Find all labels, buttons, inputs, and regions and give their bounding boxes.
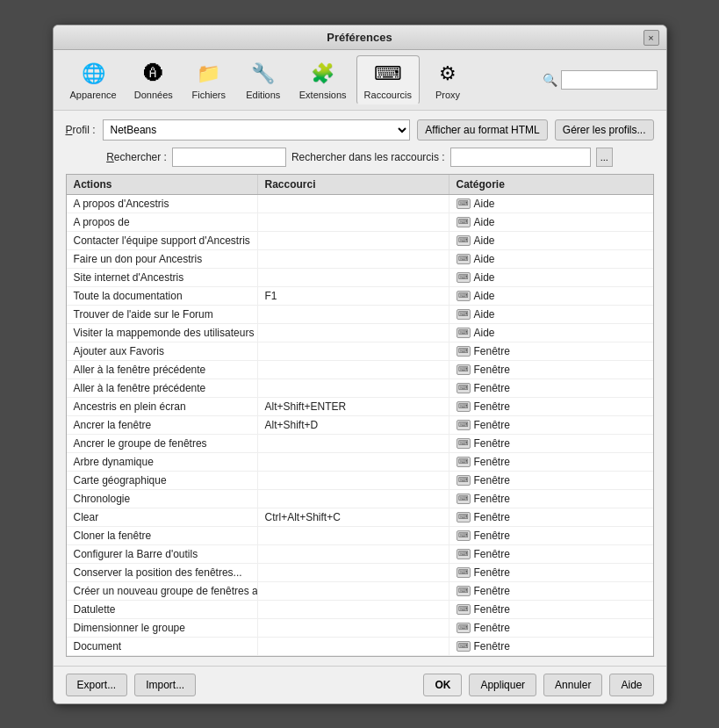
tab-proxy-label: Proxy xyxy=(435,90,460,100)
table-row[interactable]: Faire un don pour Ancestris⌨Aide xyxy=(67,250,653,269)
search-label: Rechercher : xyxy=(106,151,167,163)
table-row[interactable]: Trouver de l'aide sur le Forum⌨Aide xyxy=(67,306,653,324)
cell-shortcut xyxy=(258,250,449,268)
table-row[interactable]: Visiter la mappemonde des utilisateurs⌨A… xyxy=(67,324,653,342)
table-row[interactable]: ClearCtrl+Alt+Shift+C⌨Fenêtre xyxy=(67,508,653,527)
tab-editions[interactable]: 🔧 Editions xyxy=(237,55,290,105)
tab-fichiers[interactable]: 📁 Fichiers xyxy=(183,55,235,105)
dialog-title: Préférences xyxy=(327,31,392,44)
import-button[interactable]: Import... xyxy=(134,674,196,696)
search-extra-button[interactable]: ... xyxy=(596,148,613,167)
table-row[interactable]: Aller à la fenêtre précédente⌨Fenêtre xyxy=(67,379,653,398)
cell-action: Conserver la position des fenêtres... xyxy=(67,564,258,581)
table-row[interactable]: Créer un nouveau groupe de fenêtres avec… xyxy=(67,582,653,601)
tab-donnees[interactable]: 🅐 Données xyxy=(126,55,181,105)
table-row[interactable]: Ancrer la fenêtreAlt+Shift+D⌨Fenêtre xyxy=(67,416,653,435)
titlebar: Préférences × xyxy=(54,25,666,50)
cell-action: A propos d'Ancestris xyxy=(67,195,258,213)
kbd-icon: ⌨ xyxy=(457,217,471,227)
search-area: 🔍 xyxy=(543,70,658,90)
table-row[interactable]: Ancestris en plein écranAlt+Shift+ENTER⌨… xyxy=(67,398,653,416)
table-row[interactable]: Ajouter aux Favoris⌨Fenêtre xyxy=(67,342,653,361)
table-row[interactable]: Conserver la position des fenêtres...⌨Fe… xyxy=(67,564,653,582)
profile-select[interactable]: NetBeans xyxy=(103,119,411,141)
table-row[interactable]: A propos de⌨Aide xyxy=(67,213,653,232)
kbd-icon: ⌨ xyxy=(457,328,471,338)
cell-category: ⌨Fenêtre xyxy=(449,601,641,618)
kbd-icon: ⌨ xyxy=(457,401,471,412)
cell-shortcut xyxy=(258,619,449,637)
ok-button[interactable]: OK xyxy=(423,674,462,696)
table-row[interactable]: Carte géographique⌨Fenêtre xyxy=(67,472,653,490)
cell-category: ⌨Fenêtre xyxy=(449,379,641,397)
search-input[interactable] xyxy=(172,148,286,167)
cancel-button[interactable]: Annuler xyxy=(543,674,602,696)
cell-action: Ancrer la fenêtre xyxy=(67,416,258,434)
cell-shortcut: F1 xyxy=(258,287,449,305)
kbd-icon: ⌨ xyxy=(457,623,471,633)
table-row[interactable]: Arbre dynamique⌨Fenêtre xyxy=(67,453,653,472)
kbd-icon: ⌨ xyxy=(457,494,471,504)
cell-action: Ancestris en plein écran xyxy=(67,398,258,415)
cell-action: A propos de xyxy=(67,213,258,231)
export-button[interactable]: Export... xyxy=(66,674,128,696)
cell-shortcut xyxy=(258,527,449,544)
manage-profiles-button[interactable]: Gérer les profils... xyxy=(555,119,654,141)
cell-category: ⌨Fenêtre xyxy=(449,398,641,415)
kbd-icon: ⌨ xyxy=(457,567,471,578)
tab-apparence-label: Apparence xyxy=(70,90,117,100)
tab-proxy[interactable]: ⚙ Proxy xyxy=(421,55,474,105)
table-row[interactable]: Contacter l'équipe support d'Ancestris⌨A… xyxy=(67,232,653,250)
cell-category: ⌨Aide xyxy=(449,250,641,268)
cell-action: Arbre dynamique xyxy=(67,453,258,471)
kbd-icon: ⌨ xyxy=(457,549,471,559)
cell-category: ⌨Fenêtre xyxy=(449,545,641,563)
cell-shortcut xyxy=(258,379,449,397)
cell-action: Aller à la fenêtre précédente xyxy=(67,361,258,378)
preferences-dialog: Préférences × 🌐 Apparence 🅐 Données 📁 Fi… xyxy=(53,25,667,704)
table-row[interactable]: Chronologie⌨Fenêtre xyxy=(67,490,653,508)
kbd-icon: ⌨ xyxy=(457,254,471,264)
tab-apparence[interactable]: 🌐 Apparence xyxy=(62,55,125,105)
cell-shortcut: Ctrl+Alt+Shift+C xyxy=(258,508,449,526)
table-row[interactable]: Site internet d'Ancestris⌨Aide xyxy=(67,269,653,287)
table-row[interactable]: Aller à la fenêtre précédente⌨Fenêtre xyxy=(67,361,653,379)
table-row[interactable]: Configurer la Barre d'outils⌨Fenêtre xyxy=(67,545,653,564)
tab-extensions[interactable]: 🧩 Extensions xyxy=(291,55,355,105)
tab-raccourcis[interactable]: ⌨ Raccourcis xyxy=(356,55,420,105)
search-icon: 🔍 xyxy=(543,73,557,87)
cell-category: ⌨Fenêtre xyxy=(449,472,641,489)
cell-category: ⌨Aide xyxy=(449,213,641,231)
table-row[interactable]: A propos d'Ancestris⌨Aide xyxy=(67,195,653,213)
table-row[interactable]: Dimensionner le groupe⌨Fenêtre xyxy=(67,619,653,638)
search-input2[interactable] xyxy=(450,148,591,167)
cell-action: Configurer la Barre d'outils xyxy=(67,545,258,563)
cell-shortcut: Alt+Shift+ENTER xyxy=(258,398,449,415)
cell-category: ⌨Fenêtre xyxy=(449,416,641,434)
search-top-input[interactable] xyxy=(561,70,658,90)
kbd-icon: ⌨ xyxy=(457,235,471,246)
table-row[interactable]: Datulette⌨Fenêtre xyxy=(67,601,653,619)
help-button[interactable]: Aide xyxy=(609,674,653,696)
cell-shortcut xyxy=(258,435,449,452)
cell-category: ⌨Aide xyxy=(449,287,641,305)
apply-button[interactable]: Appliquer xyxy=(469,674,536,696)
cell-category: ⌨Fenêtre xyxy=(449,564,641,581)
table-row[interactable]: Toute la documentationF1⌨Aide xyxy=(67,287,653,306)
html-format-button[interactable]: Afficher au format HTML xyxy=(417,119,548,141)
cell-action: Faire un don pour Ancestris xyxy=(67,250,258,268)
table-body[interactable]: A propos d'Ancestris⌨AideA propos de⌨Aid… xyxy=(67,195,653,656)
close-button[interactable]: × xyxy=(644,30,659,46)
cell-category: ⌨Aide xyxy=(449,195,641,213)
table-row[interactable]: Document⌨Fenêtre xyxy=(67,638,653,656)
cell-shortcut xyxy=(258,545,449,563)
search-label2: Rechercher dans les raccourcis : xyxy=(291,151,445,163)
tab-fichiers-label: Fichiers xyxy=(192,90,226,100)
tabs-toolbar: 🌐 Apparence 🅐 Données 📁 Fichiers 🔧 Editi… xyxy=(54,50,666,111)
table-row[interactable]: Ancrer le groupe de fenêtres⌨Fenêtre xyxy=(67,435,653,453)
cell-category: ⌨Aide xyxy=(449,306,641,323)
editions-icon: 🔧 xyxy=(249,60,277,88)
bottom-buttons: Export... Import... OK Appliquer Annuler… xyxy=(54,666,666,703)
raccourcis-icon: ⌨ xyxy=(374,60,402,88)
table-row[interactable]: Cloner la fenêtre⌨Fenêtre xyxy=(67,527,653,545)
